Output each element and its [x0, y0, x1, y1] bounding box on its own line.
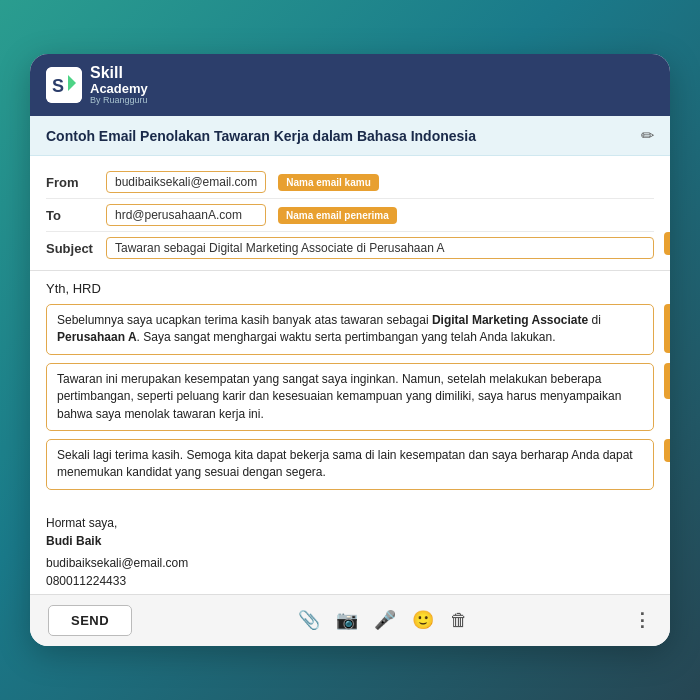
para-tooltip-3: Kalimat penutup: [664, 439, 670, 462]
email-form: From budibaiksekali@email.com Nama email…: [30, 156, 670, 271]
from-value[interactable]: budibaiksekali@email.com: [106, 171, 266, 193]
sender-name: Budi Baik: [46, 532, 654, 550]
from-label: From: [46, 175, 98, 190]
para-tooltip-1: Kalimat pembuka dan ucapan terima kasih …: [664, 304, 670, 353]
main-card: S Skill Academy By Ruangguru Contoh Emai…: [30, 54, 670, 646]
header-bar: S Skill Academy By Ruangguru: [30, 54, 670, 116]
greeting: Yth, HRD: [46, 281, 654, 296]
toolbar-icons: 📎 📷 🎤 🙂 🗑: [298, 609, 468, 631]
subject-value[interactable]: Tawaran sebagai Digital Marketing Associ…: [106, 237, 654, 259]
emoji-icon[interactable]: 🙂: [412, 609, 434, 631]
email-body: Yth, HRD Sebelumnya saya ucapkan terima …: [30, 271, 670, 508]
paragraph-3: Sekali lagi terima kasih. Semoga kita da…: [46, 439, 654, 490]
subject-label: Subject: [46, 241, 98, 256]
to-row: To hrd@perusahaanA.com Nama email peneri…: [46, 199, 654, 232]
to-value[interactable]: hrd@perusahaanA.com: [106, 204, 266, 226]
delete-icon[interactable]: 🗑: [450, 610, 468, 631]
title-bar: Contoh Email Penolakan Tawaran Kerja dal…: [30, 116, 670, 156]
logo-icon: S: [46, 67, 82, 103]
to-label: To: [46, 208, 98, 223]
logo-area: S Skill Academy By Ruangguru: [46, 64, 148, 106]
para-tooltip-2: Alasan penolakan yang jelas: [664, 363, 670, 399]
logo-skill: Skill: [90, 64, 148, 82]
paragraph-row-2: Tawaran ini merupakan kesempatan yang sa…: [46, 363, 654, 431]
logo-text: Skill Academy By Ruangguru: [90, 64, 148, 106]
more-icon[interactable]: ⋮: [633, 609, 652, 631]
paragraph-row-1: Sebelumnya saya ucapkan terima kasih ban…: [46, 304, 654, 355]
from-row: From budibaiksekali@email.com Nama email…: [46, 166, 654, 199]
page-title: Contoh Email Penolakan Tawaran Kerja dal…: [46, 128, 476, 144]
microphone-icon[interactable]: 🎤: [374, 609, 396, 631]
bottom-toolbar: SEND 📎 📷 🎤 🙂 🗑 ⋮: [30, 594, 670, 646]
to-tooltip: Nama email penerima: [278, 207, 397, 224]
paragraph-1: Sebelumnya saya ucapkan terima kasih ban…: [46, 304, 654, 355]
camera-icon[interactable]: 📷: [336, 609, 358, 631]
logo-academy: Academy: [90, 82, 148, 96]
send-button[interactable]: SEND: [48, 605, 132, 636]
sender-email: budibaiksekali@email.com: [46, 554, 654, 572]
closing: Hormat saya,: [46, 514, 654, 532]
subject-tooltip: Subject yang harus sesuai dengan tujuan …: [664, 232, 670, 255]
svg-text:S: S: [52, 76, 64, 96]
paragraph-2: Tawaran ini merupakan kesempatan yang sa…: [46, 363, 654, 431]
sender-phone: 080011224433: [46, 572, 654, 590]
logo-by: By Ruangguru: [90, 96, 148, 106]
signature: Hormat saya, Budi Baik budibaiksekali@em…: [30, 508, 670, 594]
subject-row: Subject Tawaran sebagai Digital Marketin…: [46, 232, 654, 264]
paragraph-row-3: Sekali lagi terima kasih. Semoga kita da…: [46, 439, 654, 490]
attachment-icon[interactable]: 📎: [298, 609, 320, 631]
edit-icon[interactable]: ✏: [641, 126, 654, 145]
from-tooltip: Nama email kamu: [278, 174, 379, 191]
